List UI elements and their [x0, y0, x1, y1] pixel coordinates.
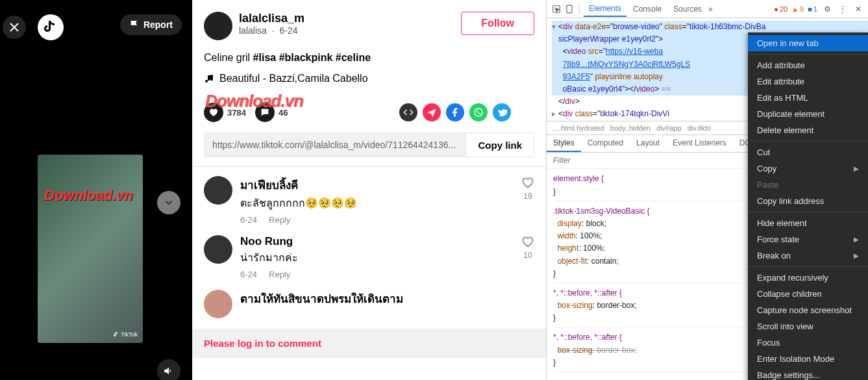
post-date: 6-24: [279, 25, 297, 36]
ctx-paste: Paste: [748, 177, 868, 193]
music-link[interactable]: Beautiful - Bazzi,Camila Cabello: [204, 73, 534, 84]
ctx-open-new-tab[interactable]: Open in new tab: [748, 35, 868, 51]
ctx-expand[interactable]: Expand recursively: [748, 270, 868, 286]
ctx-copy[interactable]: Copy▶: [748, 160, 868, 177]
sources-tab[interactable]: Sources: [668, 2, 707, 16]
facebook-icon: [450, 107, 460, 118]
ctx-badge[interactable]: Badge settings...: [748, 367, 868, 380]
copy-link-button[interactable]: Copy link: [465, 133, 534, 157]
settings-icon[interactable]: ⚙: [821, 3, 833, 15]
svg-point-0: [475, 108, 482, 116]
report-button[interactable]: Report: [120, 14, 182, 35]
comment-likes: 19: [523, 192, 532, 201]
ctx-collapse[interactable]: Collapse children: [748, 286, 868, 302]
comment-date: 6-24: [240, 215, 257, 225]
reply-button[interactable]: Reply: [269, 215, 290, 225]
layout-tab[interactable]: Layout: [630, 135, 666, 152]
author-displayname: lalalisa: [239, 25, 267, 36]
devtools-toolbar: Elements Console Sources » ●20 ▲9 ■1 ⚙ ⋮…: [547, 0, 868, 18]
ctx-cut[interactable]: Cut: [748, 144, 868, 160]
ctx-edit-attr[interactable]: Edit attribute: [748, 73, 868, 90]
caption: Celine gril #lisa #blackpink #celine: [204, 52, 534, 64]
divider: [192, 166, 546, 167]
whatsapp-icon: [473, 107, 484, 118]
volume-icon: [163, 365, 175, 377]
commenter-name[interactable]: Noo Rung: [240, 235, 514, 248]
tiktok-watermark: TikTok: [113, 331, 138, 338]
computed-tab[interactable]: Computed: [581, 135, 630, 152]
tiktok-logo[interactable]: [38, 14, 64, 40]
share-more-button[interactable]: [516, 103, 534, 121]
close-button[interactable]: [3, 16, 26, 39]
ctx-scroll[interactable]: Scroll into view: [748, 318, 868, 335]
send-button[interactable]: [423, 103, 441, 121]
heart-outline-icon[interactable]: [521, 176, 534, 189]
more-icon[interactable]: ⋮: [837, 3, 849, 15]
device-icon[interactable]: [564, 3, 575, 15]
commenter-avatar[interactable]: [204, 290, 232, 318]
svg-rect-2: [567, 5, 572, 13]
info-panel: lalalclisa_m lalalisa · 6-24 Follow Celi…: [192, 0, 546, 380]
inspect-icon[interactable]: [551, 3, 562, 15]
ctx-force-state[interactable]: Force state▶: [748, 231, 868, 247]
console-tab[interactable]: Console: [628, 2, 667, 16]
events-tab[interactable]: Event Listeners: [666, 135, 733, 152]
close-icon: [8, 21, 20, 33]
comment-likes: 10: [523, 251, 532, 260]
video-player[interactable]: TikTok: [38, 155, 143, 343]
hashtag[interactable]: #blackpink: [279, 52, 333, 63]
ctx-isolation[interactable]: Enter Isolation Mode: [748, 351, 868, 367]
warning-badge[interactable]: ▲9: [791, 5, 804, 13]
ctx-break-on[interactable]: Break on▶: [748, 247, 868, 264]
styles-tab[interactable]: Styles: [547, 135, 581, 152]
follow-button[interactable]: Follow: [461, 12, 534, 35]
comment-text: ตะลัชลูกกกกก🥺🥺🥺🥺: [240, 195, 514, 211]
music-icon: [204, 73, 214, 84]
mute-button[interactable]: [157, 359, 180, 380]
heart-outline-icon[interactable]: [521, 235, 534, 248]
author-username[interactable]: lalalclisa_m: [239, 12, 454, 25]
chevron-down-icon: [163, 197, 175, 209]
ctx-delete[interactable]: Delete element: [748, 122, 868, 138]
video-panel: Report TikTok: [0, 0, 192, 380]
reply-button[interactable]: Reply: [269, 270, 290, 279]
hashtag[interactable]: #lisa: [253, 52, 277, 63]
close-devtools-icon[interactable]: ✕: [852, 3, 864, 15]
comment-date: 6-24: [240, 270, 257, 279]
author-avatar[interactable]: [204, 12, 232, 40]
ctx-duplicate[interactable]: Duplicate element: [748, 106, 868, 122]
context-menu: Open in new tab Add attribute Edit attri…: [748, 32, 868, 380]
ctx-add-attr[interactable]: Add attribute: [748, 57, 868, 73]
ctx-edit-html[interactable]: Edit as HTML: [748, 90, 868, 106]
elements-tab[interactable]: Elements: [584, 1, 626, 17]
report-label: Report: [143, 19, 173, 30]
embed-button[interactable]: [399, 103, 417, 121]
hashtag[interactable]: #celine: [336, 52, 371, 63]
twitter-share[interactable]: [493, 103, 511, 121]
commenter-avatar[interactable]: [204, 176, 232, 205]
ctx-copy-link[interactable]: Copy link address: [748, 193, 868, 209]
send-icon: [427, 107, 437, 118]
ctx-capture[interactable]: Capture node screenshot: [748, 302, 868, 318]
next-video-button[interactable]: [157, 191, 180, 214]
flag-icon: [129, 19, 140, 30]
twitter-icon: [497, 107, 507, 118]
devtools-panel: Elements Console Sources » ●20 ▲9 ■1 ⚙ ⋮…: [546, 0, 868, 380]
commenter-avatar[interactable]: [204, 235, 232, 264]
info-badge[interactable]: ■1: [808, 5, 817, 13]
code-icon: [403, 107, 414, 118]
login-prompt[interactable]: Please log in to comment: [192, 329, 546, 358]
comment-item: ตามให้ทันสิขนาดปพรมให้เดินตาม: [204, 290, 534, 318]
whatsapp-share[interactable]: [469, 103, 488, 121]
error-badge[interactable]: ●20: [774, 5, 787, 13]
video-url-input[interactable]: [205, 133, 465, 157]
comments-list: มาเฟียบลิ้งคี ตะลัชลูกกกกก🥺🥺🥺🥺 6-24Reply…: [204, 176, 534, 318]
commenter-name[interactable]: มาเฟียบลิ้งคี: [240, 176, 514, 194]
commenter-name[interactable]: ตามให้ทันสิขนาดปพรมให้เดินตาม: [240, 290, 534, 307]
facebook-share[interactable]: [446, 103, 464, 121]
comment-text: น่ารักมากค่ะ: [240, 249, 514, 266]
share-icon: [520, 107, 530, 118]
ctx-focus[interactable]: Focus: [748, 335, 868, 351]
watermark-text: Download.vn: [205, 91, 303, 111]
ctx-hide[interactable]: Hide element: [748, 215, 868, 231]
